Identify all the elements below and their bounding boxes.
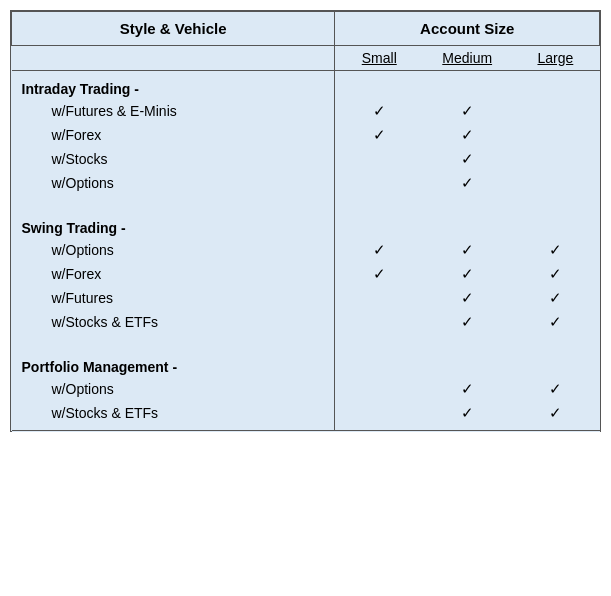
section-0-large-check [511,71,599,100]
row-2-1: w/Stocks & ETFs✓✓ [12,401,600,431]
row-label-0-0: w/Futures & E-Minis [12,99,335,123]
style-vehicle-header: Style & Vehicle [12,12,335,46]
row-label-2-0: w/Options [12,377,335,401]
row-0-3-medium: ✓ [423,171,511,200]
row-0-1-medium: ✓ [423,123,511,147]
row-1-0-large: ✓ [511,238,599,262]
row-1-1-medium: ✓ [423,262,511,286]
small-header: Small [335,46,423,71]
spacer-1 [12,339,600,349]
section-2-medium-check [423,349,511,377]
row-label-0-3: w/Options [12,171,335,200]
row-label-2-1: w/Stocks & ETFs [12,401,335,431]
section-0-small-check [335,71,423,100]
row-1-3: w/Stocks & ETFs✓✓ [12,310,600,339]
row-label-1-2: w/Futures [12,286,335,310]
spacer-0 [12,200,600,210]
row-0-2-medium: ✓ [423,147,511,171]
section-0-medium-check [423,71,511,100]
row-1-2: w/Futures✓✓ [12,286,600,310]
row-2-1-medium: ✓ [423,401,511,431]
row-1-2-small [335,286,423,310]
row-0-0: w/Futures & E-Minis✓✓ [12,99,600,123]
row-0-3: w/Options✓ [12,171,600,200]
row-label-0-2: w/Stocks [12,147,335,171]
row-0-2-small [335,147,423,171]
row-2-1-small [335,401,423,431]
row-0-0-medium: ✓ [423,99,511,123]
section-2-large-check [511,349,599,377]
section-1-small-check [335,210,423,238]
section-title-0: Intraday Trading - [12,71,335,100]
row-1-3-small [335,310,423,339]
row-label-1-3: w/Stocks & ETFs [12,310,335,339]
section-header-1: Swing Trading - [12,210,600,238]
section-1-large-check [511,210,599,238]
row-2-1-large: ✓ [511,401,599,431]
bottom-border-row [12,431,600,432]
row-1-2-large: ✓ [511,286,599,310]
row-1-0: w/Options✓✓✓ [12,238,600,262]
row-1-3-medium: ✓ [423,310,511,339]
row-1-0-medium: ✓ [423,238,511,262]
row-0-0-small: ✓ [335,99,423,123]
medium-header: Medium [423,46,511,71]
row-label-0-1: w/Forex [12,123,335,147]
row-0-3-small [335,171,423,200]
row-0-0-large [511,99,599,123]
row-1-1-large: ✓ [511,262,599,286]
row-2-0-large: ✓ [511,377,599,401]
subheader-empty [12,46,335,71]
section-title-2: Portfolio Management - [12,349,335,377]
row-label-1-0: w/Options [12,238,335,262]
row-1-3-large: ✓ [511,310,599,339]
row-0-2: w/Stocks✓ [12,147,600,171]
main-table-wrapper: Style & Vehicle Account Size Small Mediu… [10,10,601,432]
large-header: Large [511,46,599,71]
row-1-2-medium: ✓ [423,286,511,310]
row-2-0: w/Options✓✓ [12,377,600,401]
row-1-1-small: ✓ [335,262,423,286]
section-2-small-check [335,349,423,377]
section-1-medium-check [423,210,511,238]
section-header-0: Intraday Trading - [12,71,600,100]
row-1-1: w/Forex✓✓✓ [12,262,600,286]
row-1-0-small: ✓ [335,238,423,262]
row-0-1-small: ✓ [335,123,423,147]
section-title-1: Swing Trading - [12,210,335,238]
row-2-0-medium: ✓ [423,377,511,401]
row-0-1-large [511,123,599,147]
account-size-header: Account Size [335,12,600,46]
row-0-2-large [511,147,599,171]
section-header-2: Portfolio Management - [12,349,600,377]
row-0-3-large [511,171,599,200]
row-label-1-1: w/Forex [12,262,335,286]
comparison-table: Style & Vehicle Account Size Small Mediu… [11,11,600,431]
row-0-1: w/Forex✓✓ [12,123,600,147]
row-2-0-small [335,377,423,401]
